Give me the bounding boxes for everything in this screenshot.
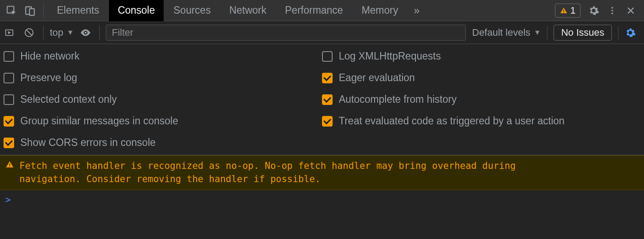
checkbox[interactable]: [4, 51, 14, 62]
console-settings-gear-icon[interactable]: [625, 27, 640, 38]
console-prompt[interactable]: >: [0, 190, 644, 209]
setting-autocomplete-history[interactable]: Autocomplete from history: [322, 93, 640, 105]
svg-rect-3: [563, 9, 564, 11]
setting-label: Selected context only: [20, 93, 117, 105]
separator: [547, 26, 547, 40]
separator: [43, 4, 44, 18]
checkbox[interactable]: [322, 51, 333, 62]
checkbox[interactable]: [322, 73, 333, 83]
checkbox[interactable]: [322, 94, 333, 105]
setting-label: Log XMLHttpRequests: [339, 50, 441, 62]
setting-selected-context-only[interactable]: Selected context only: [4, 93, 322, 105]
svg-point-10: [85, 31, 86, 33]
svg-point-6: [611, 10, 613, 11]
context-label: top: [50, 27, 64, 38]
live-expression-icon[interactable]: [80, 27, 93, 38]
setting-label: Hide network: [20, 50, 79, 62]
inspect-element-icon[interactable]: [3, 0, 20, 21]
execution-context-select[interactable]: top ▼: [50, 27, 74, 38]
clear-console-icon[interactable]: [24, 27, 37, 38]
tab-performance[interactable]: Performance: [276, 0, 352, 21]
checkbox[interactable]: [4, 94, 14, 105]
devtools-tabbar: Elements Console Sources Network Perform…: [0, 0, 644, 21]
setting-eager-evaluation[interactable]: Eager evaluation: [322, 72, 640, 84]
checkbox[interactable]: [4, 116, 14, 127]
device-toolbar-icon[interactable]: [21, 0, 39, 21]
checkbox[interactable]: [4, 73, 14, 83]
svg-rect-4: [563, 12, 564, 13]
svg-point-7: [611, 12, 613, 14]
setting-log-xhr[interactable]: Log XMLHttpRequests: [322, 50, 640, 62]
console-warning-message: Fetch event handler is recognized as no-…: [0, 155, 644, 190]
setting-show-cors[interactable]: Show CORS errors in console: [4, 137, 322, 149]
settings-right-column: Log XMLHttpRequests Eager evaluation Aut…: [322, 50, 640, 149]
toggle-sidebar-icon[interactable]: [4, 28, 18, 37]
more-tabs-icon[interactable]: »: [408, 0, 426, 21]
kebab-menu-icon[interactable]: [603, 0, 621, 21]
warning-triangle-icon: [5, 160, 14, 169]
issues-button[interactable]: No Issues: [554, 25, 612, 41]
tab-sources[interactable]: Sources: [165, 0, 219, 21]
log-levels-select[interactable]: Default levels ▼: [472, 27, 541, 38]
separator: [99, 26, 100, 40]
setting-preserve-log[interactable]: Preserve log: [4, 72, 322, 84]
tab-console[interactable]: Console: [109, 0, 164, 21]
svg-rect-2: [30, 8, 34, 15]
warning-triangle-icon: [560, 7, 568, 15]
chevron-down-icon: ▼: [67, 29, 74, 37]
setting-label: Show CORS errors in console: [20, 137, 156, 149]
setting-label: Treat evaluated code as triggered by a u…: [339, 115, 565, 127]
prompt-chevron-icon: >: [5, 194, 11, 205]
tab-network[interactable]: Network: [221, 0, 275, 21]
setting-label: Eager evaluation: [339, 72, 415, 84]
separator: [618, 26, 618, 40]
settings-gear-icon[interactable]: [585, 0, 603, 21]
separator: [43, 26, 44, 40]
settings-left-column: Hide network Preserve log Selected conte…: [4, 50, 322, 149]
warnings-badge[interactable]: 1: [555, 4, 580, 18]
checkbox[interactable]: [322, 116, 333, 127]
setting-label: Autocomplete from history: [339, 93, 457, 105]
tab-elements[interactable]: Elements: [48, 0, 108, 21]
checkbox[interactable]: [4, 138, 14, 148]
chevron-down-icon: ▼: [534, 29, 541, 37]
filter-input[interactable]: [106, 25, 466, 41]
svg-point-5: [611, 7, 613, 8]
console-settings-panel: Hide network Preserve log Selected conte…: [0, 44, 644, 155]
console-toolbar: top ▼ Default levels ▼ No Issues: [0, 21, 644, 44]
svg-rect-11: [9, 164, 10, 166]
setting-group-similar[interactable]: Group similar messages in console: [4, 115, 322, 127]
levels-label: Default levels: [472, 27, 530, 38]
setting-hide-network[interactable]: Hide network: [4, 50, 322, 62]
tab-memory[interactable]: Memory: [353, 0, 407, 21]
svg-rect-12: [9, 166, 10, 167]
setting-label: Group similar messages in console: [20, 115, 178, 127]
warnings-count: 1: [570, 5, 576, 16]
setting-label: Preserve log: [20, 72, 77, 84]
setting-user-action-code[interactable]: Treat evaluated code as triggered by a u…: [322, 115, 640, 127]
close-devtools-icon[interactable]: [622, 0, 640, 21]
warning-text: Fetch event handler is recognized as no-…: [19, 159, 549, 186]
